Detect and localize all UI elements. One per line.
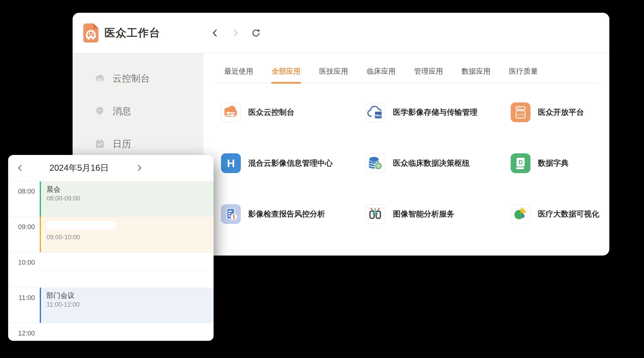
letter-h: H <box>227 157 235 169</box>
calendar-date-title: 2024年5月16日 <box>45 162 113 174</box>
app-item-image-ai[interactable]: 图像智能分析服务 <box>366 204 454 224</box>
hybrid-cloud-imaging-icon: H <box>221 153 241 173</box>
nav-group <box>210 28 260 38</box>
event-title: 部门会议 <box>46 291 214 300</box>
time-label: 08:00 <box>8 187 35 195</box>
tab-data-apps[interactable]: 数据应用 <box>462 66 490 83</box>
redacted-event-title <box>46 221 116 229</box>
cloud-console-icon <box>221 102 240 121</box>
app-item-data-dictionary[interactable]: D 数据字典 <box>511 153 568 173</box>
tab-clinical-apps[interactable]: 临床应用 <box>367 66 396 83</box>
app-item-imaging-storage[interactable]: Mas 医学影像存储与传输管理 <box>366 102 478 122</box>
app-label: 医疗大数据可视化 <box>538 209 599 219</box>
sidebar-item-label: 消息 <box>112 106 131 116</box>
event-time: 09:00-10:00 <box>46 233 214 241</box>
hour-grid-line <box>8 323 214 323</box>
calendar-header: 2024年5月16日 <box>8 155 214 181</box>
app-item-cloud-console[interactable]: 医众云控制台 <box>221 102 294 122</box>
chevron-right-icon <box>231 28 240 37</box>
calendar-check-icon <box>94 138 106 150</box>
refresh-button[interactable] <box>251 28 260 38</box>
app-item-report-risk[interactable]: 影像检查报告风控分析 <box>221 204 325 224</box>
app-item-hybrid-cloud[interactable]: H 混合云影像信息管理中心 <box>221 153 333 173</box>
clinical-data-hub-icon <box>366 153 384 172</box>
tab-medtech-apps[interactable]: 医技应用 <box>319 66 348 83</box>
image-ai-analysis-icon <box>366 204 384 223</box>
cloud-settings-icon <box>94 72 106 84</box>
calendar-event-redacted[interactable]: 09:00-10:00 <box>40 217 214 252</box>
refresh-icon <box>251 28 260 38</box>
hour-grid-line <box>8 252 214 253</box>
chevron-left-icon <box>17 164 23 172</box>
app-item-bigdata-viz[interactable]: 医疗大数据可视化 <box>511 204 599 224</box>
tab-recently-used[interactable]: 最近使用 <box>224 66 253 83</box>
medical-bigdata-viz-icon <box>511 204 530 223</box>
tab-all-apps[interactable]: 全部应用 <box>272 66 300 83</box>
chevron-right-icon <box>136 164 142 172</box>
sidebar-item-messages[interactable]: 消息 <box>94 106 203 116</box>
sidebar-item-label: 日历 <box>112 139 131 149</box>
app-label: 影像检查报告风控分析 <box>248 209 325 219</box>
mas-badge: Mas <box>375 114 381 117</box>
app-label: 医学影像存储与传输管理 <box>393 107 478 118</box>
time-label: 11:00 <box>8 294 35 302</box>
calendar-panel: 2024年5月16日 08:00 09:00 10:00 11:00 12:00… <box>8 155 214 341</box>
back-button[interactable] <box>210 28 220 38</box>
app-title: 医众工作台 <box>104 26 160 40</box>
event-time: 11:00-12:00 <box>46 301 214 309</box>
time-label: 09:00 <box>8 223 35 231</box>
calendar-day-view: 08:00 09:00 10:00 11:00 12:00 晨会 08:00-0… <box>8 181 214 341</box>
time-label: 10:00 <box>8 259 35 266</box>
window-header: 医众工作台 <box>72 13 609 53</box>
calendar-prev-button[interactable] <box>16 164 23 172</box>
calendar-event-department-meeting[interactable]: 部门会议 11:00-12:00 <box>40 288 214 323</box>
app-item-clinical-data-hub[interactable]: 医众临床数据决策枢纽 <box>366 153 470 173</box>
calendar-next-button[interactable] <box>136 164 143 172</box>
event-title: 晨会 <box>46 185 214 193</box>
app-item-open-platform[interactable]: </> 医众开放平台 <box>511 102 584 122</box>
app-logo-icon <box>83 23 98 42</box>
sidebar-item-calendar[interactable]: 日历 <box>94 139 203 149</box>
app-label: 数据字典 <box>538 158 568 169</box>
code-glyph: </> <box>517 112 524 117</box>
app-label: 图像智能分析服务 <box>393 209 454 219</box>
time-label: 12:00 <box>8 330 35 337</box>
open-platform-icon: </> <box>511 102 530 122</box>
tab-label: 全部应用 <box>272 67 300 75</box>
calendar-event-morning-meeting[interactable]: 晨会 08:00-09:00 <box>40 181 214 217</box>
app-label: 医众云控制台 <box>248 107 294 118</box>
half-hour-grid-line <box>40 270 214 270</box>
content-area: 最近使用 全部应用 医技应用 临床应用 管理应用 数据应用 医疗质量 <box>203 53 609 256</box>
report-risk-icon <box>221 204 241 224</box>
message-bubble-icon <box>94 105 106 117</box>
sidebar-item-label: 云控制台 <box>112 73 150 84</box>
event-time: 08:00-09:00 <box>46 194 214 202</box>
tab-quality[interactable]: 医疗质量 <box>509 66 538 83</box>
sidebar-item-cloud-console[interactable]: 云控制台 <box>94 73 203 84</box>
app-grid: 医众云控制台 Mas 医学影像存储与传输管理 <box>203 83 609 256</box>
chevron-left-icon <box>210 28 220 37</box>
app-label: 混合云影像信息管理中心 <box>248 158 333 169</box>
letter-d: D <box>518 159 522 166</box>
app-label: 医众临床数据决策枢纽 <box>393 158 470 169</box>
tab-admin-apps[interactable]: 管理应用 <box>414 66 443 83</box>
data-dictionary-icon: D <box>511 153 530 173</box>
tabs-bar: 最近使用 全部应用 医技应用 临床应用 管理应用 数据应用 医疗质量 <box>214 53 600 83</box>
imaging-storage-cloud-icon: Mas <box>366 102 384 121</box>
app-label: 医众开放平台 <box>538 107 584 118</box>
forward-button[interactable] <box>231 28 240 38</box>
